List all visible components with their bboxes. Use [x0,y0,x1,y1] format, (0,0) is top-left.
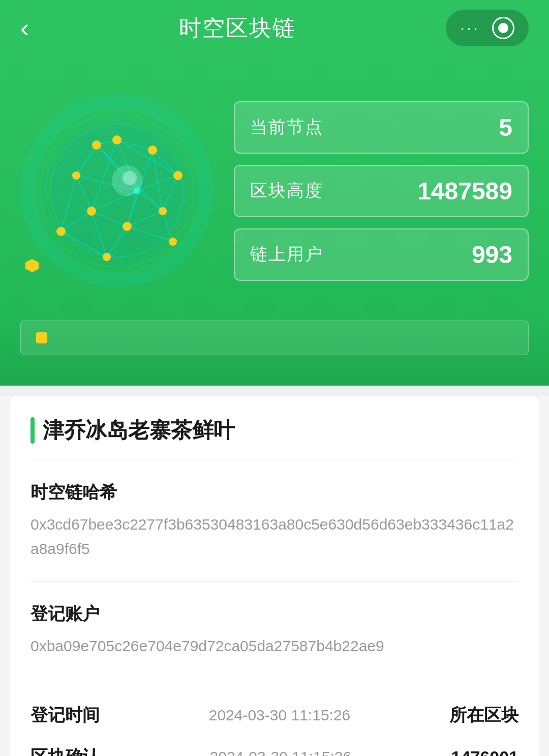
svg-point-44 [123,171,137,185]
svg-point-41 [169,238,177,246]
meta-key-register-time: 登记时间 [30,704,100,727]
meta-val-register-time: 2024-03-30 11:15:26 [209,707,351,724]
hash-value: 0x3cd67bee3c2277f3b63530483163a80c5e630d… [30,512,518,561]
stat-chain-users: 链上用户 993 [234,228,529,281]
svg-point-34 [159,207,167,215]
page-title: 时空区块链 [179,13,296,43]
hash-label: 时空链哈希 [30,481,518,504]
svg-point-33 [173,171,182,180]
stat-label-users: 链上用户 [250,243,323,266]
meta-key-block-confirm: 区块确认 [30,745,100,756]
account-value: 0xba09e705c26e704e79d72ca05da27587b4b22a… [30,634,518,658]
svg-point-42 [56,227,66,236]
stat-label-node: 当前节点 [250,115,323,139]
meta-val-block-number: 1476001 [451,747,518,757]
header: ‹ 时空区块链 ··· [0,0,549,56]
meta-val-block-confirm-time: 2024-03-30 11:15:26 [210,748,352,756]
svg-point-31 [112,135,121,144]
record-icon-inner [498,23,508,33]
divider-1 [30,460,518,460]
account-section: 登记账户 0xba09e705c26e704e79d72ca05da27587b… [30,597,518,663]
globe-svg [20,94,214,287]
title-bar-accent [30,417,35,444]
stats-panel: 当前节点 5 区块高度 1487589 链上用户 993 [234,101,529,281]
ticker-strip [20,321,529,355]
divider-2 [30,581,518,582]
svg-point-40 [103,253,111,261]
stat-label-height: 区块高度 [250,179,323,202]
back-button[interactable]: ‹ [20,15,29,41]
product-title-section: 津乔冰岛老寨茶鲜叶 [30,416,518,445]
stat-current-node: 当前节点 5 [234,101,529,154]
meta-row-block-confirm: 区块确认 2024-03-30 11:15:26 1476001 [30,736,518,756]
record-button[interactable] [492,17,514,39]
meta-row-register-time: 登记时间 2024-03-30 11:15:26 所在区块 [30,694,518,736]
header-controls: ··· [446,10,529,46]
svg-point-36 [87,207,96,216]
more-icon[interactable]: ··· [460,19,480,38]
svg-point-37 [72,171,80,180]
main-content: 津乔冰岛老寨茶鲜叶 时空链哈希 0x3cd67bee3c2277f3b63530… [0,396,549,756]
hash-section: 时空链哈希 0x3cd67bee3c2277f3b63530483163a80c… [30,476,518,566]
stat-value-users: 993 [472,241,512,269]
stat-value-height: 1487589 [417,177,512,205]
hero-section: 当前节点 5 区块高度 1487589 链上用户 993 [0,56,549,321]
svg-point-32 [148,146,157,155]
divider-3 [30,679,518,679]
stat-value-node: 5 [499,113,512,141]
svg-point-38 [92,140,101,150]
globe-visualization [20,94,214,287]
meta-val-block-label: 所在区块 [449,704,518,727]
content-card: 津乔冰岛老寨茶鲜叶 时空链哈希 0x3cd67bee3c2277f3b63530… [10,396,539,756]
ticker-dot [36,332,47,343]
svg-point-35 [123,222,132,231]
stat-block-height: 区块高度 1487589 [234,165,529,217]
product-title-text: 津乔冰岛老寨茶鲜叶 [43,416,235,445]
account-label: 登记账户 [30,602,518,626]
